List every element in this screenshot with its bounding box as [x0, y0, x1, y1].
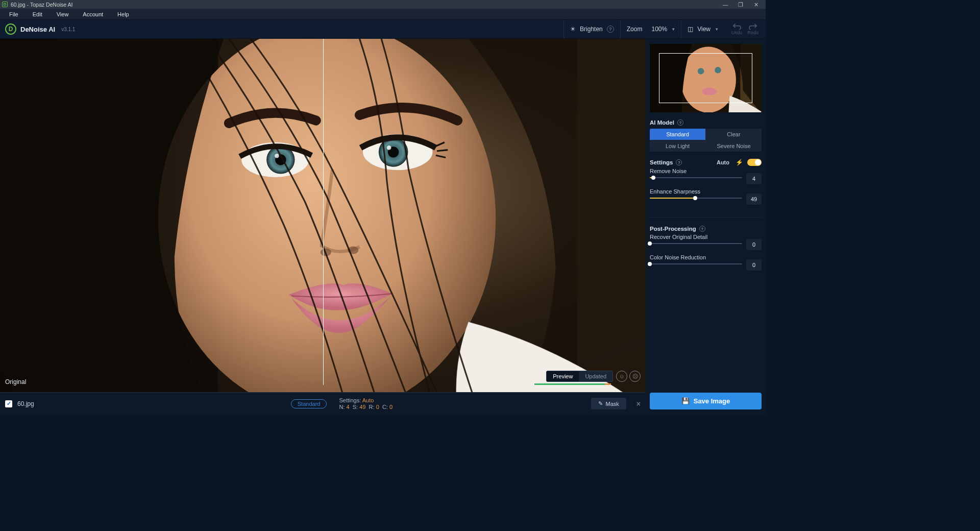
- slider-value[interactable]: 49: [746, 194, 762, 205]
- brighten-button[interactable]: ☀ Brighten ?: [564, 20, 620, 38]
- zoom-control[interactable]: Zoom 100% ▾: [620, 20, 681, 38]
- help-icon[interactable]: ?: [677, 119, 683, 126]
- preview-canvas[interactable]: Original Preview Updated ☺ ☹ ✓ 60.jpg St…: [0, 39, 646, 415]
- svg-point-2: [158, 39, 496, 415]
- remove-file-button[interactable]: ×: [636, 400, 641, 408]
- menu-bar: File Edit View Account Help: [0, 9, 766, 20]
- ai-model-header: AI Model ?: [650, 119, 762, 126]
- settings-header: Settings ? Auto ⚡: [650, 159, 762, 166]
- slider-label: Remove Noise: [650, 168, 742, 174]
- title-app: Topaz DeNoise AI: [30, 2, 72, 8]
- preview-tab[interactable]: Preview: [547, 371, 579, 381]
- view-control[interactable]: ◫ View ▾: [681, 20, 724, 38]
- film-stats: Settings: Auto N: 4 S: 49 R: 0 C: 0: [339, 397, 558, 410]
- close-button[interactable]: ✕: [748, 0, 764, 9]
- chevron-down-icon: ▾: [672, 27, 675, 32]
- slider-track[interactable]: [650, 263, 742, 264]
- redo-button[interactable]: Redo: [747, 23, 758, 35]
- menu-view[interactable]: View: [50, 10, 76, 18]
- bolt-icon: ⚡: [736, 159, 743, 166]
- menu-account[interactable]: Account: [76, 10, 110, 18]
- title-file: 60.jpg: [11, 2, 26, 8]
- model-standard[interactable]: Standard: [650, 129, 705, 140]
- sidebar: AI Model ? Standard Clear Low Light Seve…: [646, 39, 766, 415]
- chevron-down-icon: ▾: [716, 27, 718, 32]
- navigator[interactable]: [650, 44, 762, 112]
- file-checkbox[interactable]: ✓: [5, 400, 12, 407]
- progress-bar: [534, 383, 611, 385]
- auto-toggle[interactable]: [747, 159, 762, 166]
- help-icon[interactable]: ?: [676, 159, 682, 165]
- toolbar: D DeNoise AI v3.1.1 ☀ Brighten ? Zoom 10…: [0, 20, 766, 39]
- slider-value[interactable]: 0: [746, 239, 762, 250]
- svg-point-10: [387, 146, 391, 150]
- save-icon: 💾: [681, 397, 690, 405]
- post-processing-header: Post-Processing ?: [650, 226, 762, 232]
- navigator-viewport[interactable]: [659, 53, 752, 103]
- window-titlebar: D 60.jpg - Topaz DeNoise AI — ❐ ✕: [0, 0, 766, 9]
- save-image-button[interactable]: 💾 Save Image: [650, 393, 762, 409]
- menu-edit[interactable]: Edit: [26, 10, 50, 18]
- sun-icon: ☀: [570, 26, 576, 33]
- model-lowlight[interactable]: Low Light: [650, 140, 705, 152]
- file-name[interactable]: 60.jpg: [17, 400, 34, 407]
- help-icon[interactable]: ?: [699, 226, 705, 232]
- app-name: DeNoise AI: [20, 26, 55, 33]
- app-icon: D: [2, 2, 8, 7]
- model-badge: Standard: [291, 399, 327, 408]
- undo-button[interactable]: Undo: [731, 23, 743, 35]
- filmstrip: ✓ 60.jpg Standard Settings: Auto N: 4 S:…: [0, 392, 646, 415]
- ai-model-grid: Standard Clear Low Light Severe Noise: [650, 129, 762, 152]
- slider-track[interactable]: [650, 243, 742, 244]
- brush-icon: ✎: [598, 400, 603, 407]
- undo-icon: [732, 23, 742, 30]
- rate-bad-button[interactable]: ☹: [629, 371, 641, 382]
- slider-track[interactable]: [650, 177, 742, 178]
- minimize-button[interactable]: —: [718, 0, 733, 9]
- slider-track[interactable]: [650, 198, 742, 199]
- slider-label: Color Noise Reduction: [650, 254, 742, 260]
- menu-file[interactable]: File: [2, 10, 26, 18]
- slider-label: Recover Original Detail: [650, 234, 742, 240]
- updated-tab[interactable]: Updated: [579, 371, 612, 381]
- app-version: v3.1.1: [61, 27, 75, 32]
- split-divider[interactable]: [323, 39, 324, 385]
- maximize-button[interactable]: ❐: [733, 0, 748, 9]
- redo-icon: [748, 23, 757, 30]
- original-label: Original: [5, 378, 26, 385]
- slider-value[interactable]: 0: [746, 259, 762, 271]
- model-clear[interactable]: Clear: [706, 129, 762, 140]
- slider-value[interactable]: 4: [746, 173, 762, 184]
- mask-button[interactable]: ✎ Mask: [591, 398, 626, 409]
- layout-icon: ◫: [688, 26, 693, 33]
- rate-good-button[interactable]: ☺: [616, 371, 627, 382]
- model-severenoise[interactable]: Severe Noise: [706, 140, 762, 152]
- svg-point-6: [275, 154, 279, 158]
- slider-label: Enhance Sharpness: [650, 188, 742, 195]
- help-icon[interactable]: ?: [607, 26, 614, 33]
- menu-help[interactable]: Help: [110, 10, 136, 18]
- logo-icon: D: [5, 23, 16, 35]
- preview-toggle[interactable]: Preview Updated: [546, 371, 613, 382]
